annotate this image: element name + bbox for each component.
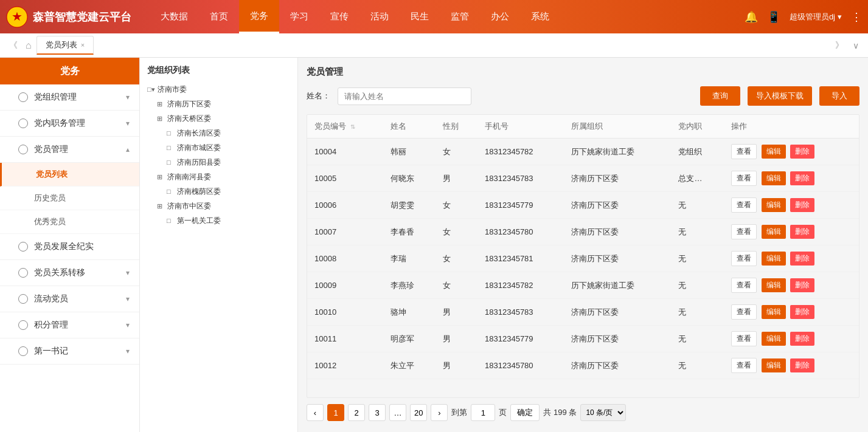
view-button[interactable]: 查看 <box>731 171 757 186</box>
view-button[interactable]: 查看 <box>731 144 757 159</box>
sidebar-item-member-management[interactable]: 党员管理 ▴ <box>0 137 139 163</box>
goto-page-input[interactable] <box>471 404 495 421</box>
import-button[interactable]: 导入 <box>819 86 859 106</box>
delete-button[interactable]: 删除 <box>790 358 814 372</box>
nav-office[interactable]: 办公 <box>480 0 520 33</box>
delete-button[interactable]: 删除 <box>790 305 814 319</box>
col-id[interactable]: 党员编号 ⇅ <box>307 115 383 139</box>
cell-phone: 18312345781 <box>477 245 564 272</box>
cell-id: 10012 <box>307 352 383 379</box>
edit-button[interactable]: 编辑 <box>762 225 786 239</box>
expand-icon-7[interactable]: ⊞ <box>157 170 165 183</box>
edit-button[interactable]: 编辑 <box>762 171 786 185</box>
sidebar-item-first-secretary[interactable]: 第一书记 ▾ <box>0 338 139 365</box>
tree-node-jinan[interactable]: □▾ 济南市委 <box>147 82 290 97</box>
nav-bigdata[interactable]: 大数据 <box>150 0 199 33</box>
table-row: 10012 朱立平 男 18312345780 济南历下区委 无 查看 编辑 删… <box>307 352 859 379</box>
page-1-button[interactable]: 1 <box>327 404 344 421</box>
edit-button[interactable]: 编辑 <box>762 145 786 159</box>
tree-node-shizhong[interactable]: ⊞ 济南市中区委 <box>147 199 290 213</box>
nav-forward-button[interactable]: 》 <box>832 39 847 52</box>
nav-study[interactable]: 学习 <box>279 0 319 33</box>
table-row: 10008 李瑞 女 18312345781 济南历下区委 无 查看 编辑 删除 <box>307 245 859 272</box>
nav-civil[interactable]: 民生 <box>400 0 440 33</box>
tree-node-jiguan[interactable]: □ 第一机关工委 <box>147 213 290 228</box>
view-button[interactable]: 查看 <box>731 304 757 320</box>
sidebar-item-development-record[interactable]: 党员发展全纪实 <box>0 234 139 260</box>
expand-icon[interactable]: □▾ <box>147 83 156 96</box>
cell-actions: 查看 编辑 删除 <box>724 192 859 219</box>
edit-button[interactable]: 编辑 <box>762 332 786 346</box>
expand-icon-2[interactable]: ⊞ <box>157 97 165 111</box>
view-button[interactable]: 查看 <box>731 278 757 293</box>
nav-system[interactable]: 系统 <box>520 0 560 33</box>
tree-node-nanhe[interactable]: ⊞ 济南南河县委 <box>147 170 290 184</box>
cell-actions: 查看 编辑 删除 <box>724 245 859 272</box>
view-button[interactable]: 查看 <box>731 224 757 239</box>
breadcrumb-tab[interactable]: 党员列表 × <box>36 36 94 55</box>
page-2-button[interactable]: 2 <box>348 404 365 421</box>
cell-gender: 女 <box>436 219 477 245</box>
nav-propaganda[interactable]: 宣传 <box>319 0 359 33</box>
user-menu[interactable]: 超级管理员dj ▾ <box>790 12 842 22</box>
more-icon[interactable]: ⋮ <box>851 10 862 24</box>
tree-node-shicheng[interactable]: □ 济南市城区委 <box>147 140 290 155</box>
delete-button[interactable]: 删除 <box>790 171 814 185</box>
sidebar-item-relation-transfer[interactable]: 党员关系转移 ▾ <box>0 260 139 286</box>
home-button[interactable]: ⌂ <box>26 40 32 51</box>
table-row: 10009 李燕珍 女 18312345782 历下姚家街道工委 无 查看 编辑… <box>307 272 859 299</box>
bell-icon[interactable]: 🔔 <box>745 10 758 24</box>
cell-phone: 18312345783 <box>477 299 564 326</box>
sidebar-item-duty-management[interactable]: 党内职务管理 ▾ <box>0 111 139 137</box>
edit-button[interactable]: 编辑 <box>762 278 786 292</box>
view-button[interactable]: 查看 <box>731 331 757 346</box>
table-scroll[interactable]: 党员编号 ⇅ 姓名 性别 手机号 所属组织 党内职 操作 <box>307 115 859 397</box>
goto-confirm-button[interactable]: 确定 <box>510 404 540 421</box>
per-page-select[interactable]: 10 条/页 20 条/页 50 条/页 <box>580 404 626 421</box>
cell-phone: 18312345782 <box>477 139 564 165</box>
prev-page-button[interactable]: ‹ <box>307 404 324 421</box>
close-tab-icon[interactable]: × <box>81 41 85 49</box>
nav-supervision[interactable]: 监管 <box>440 0 480 33</box>
delete-button[interactable]: 删除 <box>790 332 814 346</box>
tree-node-huaiyin[interactable]: □ 济南槐荫区委 <box>147 184 290 199</box>
table-row: 10005 何晓东 男 18312345783 济南历下区委 总支… 查看 编辑… <box>307 165 859 192</box>
query-button[interactable]: 查询 <box>700 86 740 106</box>
delete-button[interactable]: 删除 <box>790 145 814 159</box>
page-20-button[interactable]: 20 <box>410 404 427 421</box>
view-button[interactable]: 查看 <box>731 251 757 266</box>
nav-home[interactable]: 首页 <box>199 0 239 33</box>
delete-button[interactable]: 删除 <box>790 198 814 212</box>
nav-party[interactable]: 党务 <box>239 0 279 33</box>
delete-button[interactable]: 删除 <box>790 252 814 266</box>
delete-button[interactable]: 删除 <box>790 278 814 292</box>
expand-icon-3[interactable]: ⊞ <box>157 112 165 125</box>
expand-icon-9[interactable]: ⊞ <box>157 199 165 213</box>
view-button[interactable]: 查看 <box>731 197 757 213</box>
sidebar-item-excellent-member[interactable]: 优秀党员 <box>0 210 139 234</box>
delete-button[interactable]: 删除 <box>790 225 814 239</box>
sidebar-item-history-member[interactable]: 历史党员 <box>0 187 139 210</box>
edit-button[interactable]: 编辑 <box>762 305 786 319</box>
sidebar-item-org-management[interactable]: 党组织管理 ▾ <box>0 84 139 111</box>
tree-node-liyang[interactable]: □ 济南历阳县委 <box>147 155 290 170</box>
tree-node-changqing[interactable]: □ 济南长清区委 <box>147 126 290 140</box>
edit-button[interactable]: 编辑 <box>762 198 786 212</box>
tree-node-lixia[interactable]: ⊞ 济南历下区委 <box>147 97 290 111</box>
view-button[interactable]: 查看 <box>731 358 757 373</box>
expand-button[interactable]: ∨ <box>850 39 862 52</box>
nav-activity[interactable]: 活动 <box>359 0 400 33</box>
edit-button[interactable]: 编辑 <box>762 252 786 266</box>
next-page-button[interactable]: › <box>431 404 448 421</box>
page-3-button[interactable]: 3 <box>369 404 386 421</box>
sidebar-item-points-management[interactable]: 积分管理 ▾ <box>0 312 139 338</box>
edit-button[interactable]: 编辑 <box>762 358 786 372</box>
phone-icon[interactable]: 📱 <box>767 10 780 24</box>
import-template-button[interactable]: 导入模板下载 <box>748 86 812 106</box>
tree-node-tianqiao[interactable]: ⊞ 济南天桥区委 <box>147 111 290 126</box>
search-input[interactable] <box>338 87 471 105</box>
sidebar-item-floating-member[interactable]: 流动党员 ▾ <box>0 286 139 312</box>
nav-back-button[interactable]: 《 <box>6 39 21 52</box>
sidebar-item-member-list[interactable]: 党员列表 <box>0 163 139 187</box>
relation-transfer-icon <box>18 268 28 278</box>
